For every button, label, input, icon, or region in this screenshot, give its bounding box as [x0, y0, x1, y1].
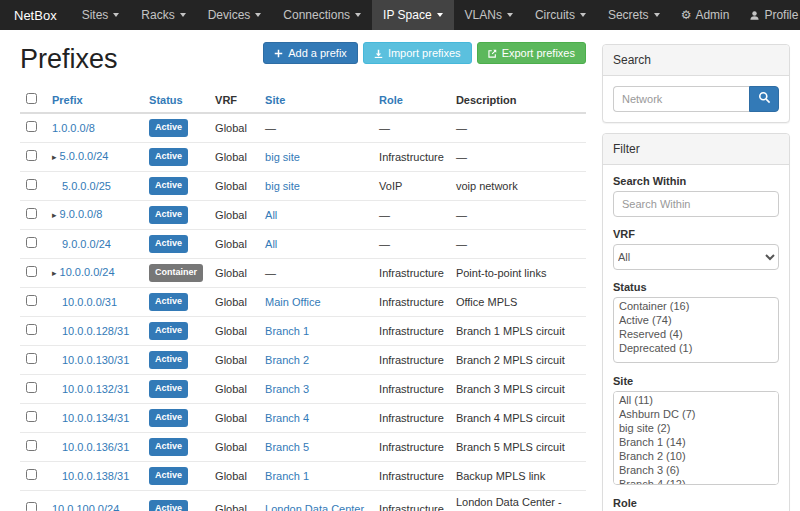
- site-link[interactable]: big site: [265, 180, 300, 192]
- filter-option[interactable]: Branch 2 (10): [615, 449, 777, 463]
- prefix-link[interactable]: 10.0.0.138/31: [62, 470, 129, 482]
- search-button[interactable]: [749, 86, 779, 112]
- filter-option[interactable]: All (11): [615, 393, 777, 407]
- row-checkbox[interactable]: [26, 440, 37, 451]
- prefix-link[interactable]: 5.0.0.0/25: [62, 180, 111, 192]
- search-input[interactable]: [613, 86, 749, 112]
- filter-option[interactable]: big site (2): [615, 421, 777, 435]
- role-filter-label: Role: [613, 497, 779, 509]
- prefix-link[interactable]: 10.0.0.128/31: [62, 325, 129, 337]
- column-header-role[interactable]: Role: [373, 87, 450, 113]
- site-filter-select[interactable]: All (11)Ashburn DC (7)big site (2)Branch…: [613, 391, 779, 485]
- search-within-input[interactable]: [613, 191, 779, 217]
- column-header-status[interactable]: Status: [143, 87, 209, 113]
- vrf-cell: Global: [209, 288, 259, 317]
- filter-option[interactable]: Branch 3 (6): [615, 463, 777, 477]
- prefix-link[interactable]: 9.0.0.0/8: [60, 208, 103, 220]
- nav-item-circuits[interactable]: Circuits: [524, 0, 597, 30]
- nav-item-connections[interactable]: Connections: [272, 0, 372, 30]
- add-prefix-button[interactable]: Add a prefix: [263, 42, 358, 64]
- nav-item-sites[interactable]: Sites: [71, 0, 131, 30]
- column-header-prefix[interactable]: Prefix: [46, 87, 143, 113]
- filter-option[interactable]: Branch 1 (14): [615, 435, 777, 449]
- row-checkbox[interactable]: [26, 266, 37, 277]
- page-header: Prefixes Add a prefix Import prefixes: [20, 30, 586, 83]
- filter-option[interactable]: Container (16): [615, 299, 777, 313]
- prefix-link[interactable]: 10.0.0.132/31: [62, 383, 129, 395]
- row-checkbox[interactable]: [26, 324, 37, 335]
- app-brand[interactable]: NetBox: [0, 0, 71, 30]
- filter-option[interactable]: Reserved (4): [615, 327, 777, 341]
- select-all-checkbox[interactable]: [26, 93, 37, 104]
- nav-item-vlans[interactable]: VLANs: [454, 0, 524, 30]
- nav-item-profile[interactable]: Profile: [739, 0, 800, 30]
- site-link[interactable]: Main Office: [265, 296, 320, 308]
- role-cell: Infrastructure: [373, 288, 450, 317]
- table-row: 10.0.100.0/24 Active Global London Data …: [20, 491, 586, 511]
- prefix-link[interactable]: 1.0.0.0/8: [52, 122, 95, 134]
- site-link[interactable]: All: [265, 238, 277, 250]
- row-checkbox[interactable]: [26, 237, 37, 248]
- prefix-cell: 1.0.0.0/8: [46, 113, 143, 143]
- chevron-down-icon: [507, 13, 513, 17]
- row-checkbox[interactable]: [26, 179, 37, 190]
- role-cell: VoIP: [373, 172, 450, 201]
- prefix-link[interactable]: 9.0.0.0/24: [62, 238, 111, 250]
- description-cell: Branch 4 MPLS circuit: [450, 404, 586, 433]
- nav-item-label: IP Space: [383, 8, 431, 22]
- filter-option[interactable]: Deprecated (1): [615, 341, 777, 355]
- column-header-site[interactable]: Site: [259, 87, 373, 113]
- prefix-link[interactable]: 10.0.0.130/31: [62, 354, 129, 366]
- vrf-cell: Global: [209, 259, 259, 288]
- description-cell: Branch 2 MPLS circuit: [450, 346, 586, 375]
- site-link[interactable]: Branch 1: [265, 325, 309, 337]
- nav-item-secrets[interactable]: Secrets: [597, 0, 671, 30]
- status-filter-select[interactable]: Container (16)Active (74)Reserved (4)Dep…: [613, 297, 779, 363]
- site-link[interactable]: Branch 3: [265, 383, 309, 395]
- row-checkbox[interactable]: [26, 150, 37, 161]
- import-prefixes-button[interactable]: Import prefixes: [363, 42, 472, 64]
- prefix-link[interactable]: 10.0.100.0/24: [52, 503, 119, 511]
- site-link[interactable]: Branch 4: [265, 412, 309, 424]
- filter-option[interactable]: Active (74): [615, 313, 777, 327]
- row-checkbox[interactable]: [26, 353, 37, 364]
- site-link[interactable]: All: [265, 209, 277, 221]
- row-checkbox[interactable]: [26, 121, 37, 132]
- search-panel: Search: [602, 44, 790, 123]
- description-cell: Office MPLS: [450, 288, 586, 317]
- row-checkbox[interactable]: [26, 411, 37, 422]
- description-cell: Branch 1 MPLS circuit: [450, 317, 586, 346]
- row-checkbox[interactable]: [26, 502, 37, 511]
- chevron-down-icon: [437, 13, 443, 17]
- prefix-link[interactable]: 10.0.0.0/31: [62, 296, 117, 308]
- site-link[interactable]: big site: [265, 151, 300, 163]
- prefix-link[interactable]: 5.0.0.0/24: [60, 150, 109, 162]
- role-cell: Infrastructure: [373, 491, 450, 511]
- site-link[interactable]: Branch 1: [265, 470, 309, 482]
- row-checkbox[interactable]: [26, 382, 37, 393]
- row-checkbox[interactable]: [26, 469, 37, 480]
- vrf-filter-select[interactable]: All: [613, 244, 779, 270]
- site-link[interactable]: Branch 2: [265, 354, 309, 366]
- main-content: Prefixes Add a prefix Import prefixes: [20, 30, 586, 511]
- role-cell: Infrastructure: [373, 462, 450, 491]
- prefix-link[interactable]: 10.0.0.0/24: [60, 266, 115, 278]
- user-icon: [749, 10, 760, 21]
- nav-item-ip-space[interactable]: IP Space: [372, 0, 453, 30]
- row-checkbox[interactable]: [26, 295, 37, 306]
- prefix-cell: 10.0.0.132/31: [46, 375, 143, 404]
- nav-item-racks[interactable]: Racks: [130, 0, 196, 30]
- prefix-link[interactable]: 10.0.0.136/31: [62, 441, 129, 453]
- nav-item-devices[interactable]: Devices: [197, 0, 273, 30]
- nav-item-admin[interactable]: ⚙ Admin: [671, 0, 740, 30]
- filter-option[interactable]: Ashburn DC (7): [615, 407, 777, 421]
- site-link[interactable]: Branch 5: [265, 441, 309, 453]
- hierarchy-arrow-icon: ▸: [52, 268, 57, 278]
- prefix-cell: 10.0.0.136/31: [46, 433, 143, 462]
- site-link[interactable]: London Data Center: [265, 503, 364, 511]
- prefix-link[interactable]: 10.0.0.134/31: [62, 412, 129, 424]
- filter-option[interactable]: Branch 4 (12): [615, 477, 777, 485]
- description-cell: —: [450, 113, 586, 143]
- export-prefixes-button[interactable]: Export prefixes: [477, 42, 586, 64]
- row-checkbox[interactable]: [26, 208, 37, 219]
